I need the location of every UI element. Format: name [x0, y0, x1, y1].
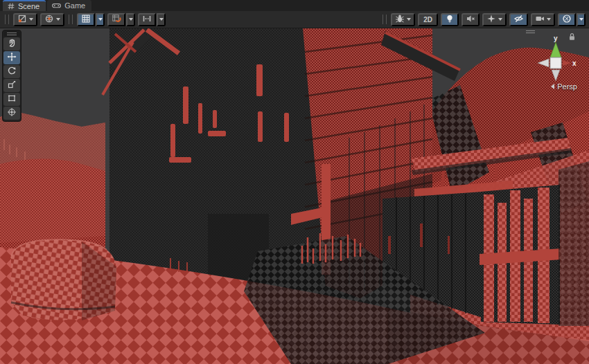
draw-mode-button[interactable] [391, 13, 415, 26]
view-tabbar: Scene Game [0, 0, 589, 11]
scene-visibility-button[interactable] [509, 13, 528, 26]
increment-snap-dropdown[interactable] [157, 13, 166, 26]
scene-lighting-button[interactable] [441, 13, 459, 26]
gizmo-y-axis-cone [550, 42, 561, 57]
tab-game[interactable]: Game [47, 0, 91, 11]
grid-icon [81, 14, 91, 26]
projection-label: Persp [557, 82, 577, 91]
tab-scene-label: Scene [18, 2, 39, 10]
scene-render-mipmap-debug [0, 28, 589, 364]
rect-tool-button[interactable] [3, 93, 20, 106]
gizmos-dropdown[interactable] [577, 13, 586, 26]
pivot-icon [17, 14, 27, 26]
tools-overlay [2, 30, 21, 122]
gamepad-icon [52, 2, 61, 9]
2d-toggle-label: 2D [422, 16, 434, 24]
chevron-down-icon [498, 18, 502, 21]
2d-toggle-button[interactable]: 2D [418, 13, 438, 26]
orientation-gizmo[interactable]: y x [531, 35, 581, 85]
snap-to-grid-dropdown[interactable] [126, 13, 135, 26]
transform-icon [7, 107, 17, 120]
gizmo-left-axis-cone [538, 59, 549, 67]
light-bulb-icon [445, 14, 455, 26]
tab-game-label: Game [64, 1, 85, 10]
handle-position-button[interactable] [13, 13, 37, 26]
transform-tool-button[interactable] [3, 107, 20, 120]
audio-toggle-button[interactable] [461, 13, 480, 26]
move-icon [7, 52, 17, 64]
chevron-down-icon [29, 18, 33, 21]
globe-icon [44, 14, 54, 26]
rotate-tool-button[interactable] [3, 65, 20, 78]
unity-scene-view-window: Scene Game [0, 0, 589, 364]
persp-arrow-icon [551, 84, 554, 89]
gizmo-x-axis-cone [563, 60, 571, 66]
snap-to-grid-button[interactable] [107, 13, 125, 26]
scene-viewport[interactable]: y x Persp [0, 28, 589, 364]
gizmos-button[interactable] [558, 13, 576, 26]
grid-magnet-icon [112, 14, 121, 26]
tool-settings-overlay-grip[interactable] [5, 15, 9, 24]
effects-sparkle-icon [486, 14, 496, 26]
audio-muted-icon [466, 14, 475, 26]
move-tool-button[interactable] [3, 51, 20, 64]
effects-button[interactable] [482, 13, 507, 26]
chevron-down-icon [56, 18, 60, 21]
increment-snap-icon [142, 14, 152, 26]
tools-overlay-handle[interactable] [3, 31, 20, 37]
tab-scene[interactable]: Scene [3, 0, 46, 11]
gizmo-down-axis-cone [552, 70, 560, 81]
scene-toolbar: 2D [0, 11, 589, 28]
gizmo-x-label: x [572, 60, 577, 67]
gizmo-y-label: y [554, 35, 558, 42]
eye-hidden-icon [513, 14, 524, 26]
scale-icon [7, 80, 17, 92]
chevron-down-icon [407, 18, 411, 21]
rect-tool-icon [7, 93, 17, 106]
view-options-overlay-handle[interactable] [526, 30, 535, 33]
grid-snap-overlay-grip[interactable] [69, 15, 73, 24]
grid-visibility-dropdown[interactable] [96, 13, 105, 26]
projection-toggle[interactable]: Persp [551, 82, 577, 91]
scale-tool-button[interactable] [3, 79, 20, 92]
gizmo-center-cube [550, 57, 561, 69]
scene-grid-icon [8, 3, 15, 10]
debug-bug-icon [395, 14, 405, 26]
view-options-overlay-grip[interactable] [383, 15, 387, 24]
view-hand-tool-button[interactable] [3, 37, 20, 51]
increment-snap-button[interactable] [138, 13, 156, 26]
camera-settings-button[interactable] [531, 13, 555, 26]
grid-visibility-button[interactable] [77, 13, 95, 26]
camera-icon [535, 14, 545, 26]
rotate-icon [7, 66, 17, 78]
chevron-down-icon [547, 18, 551, 21]
hand-icon [7, 38, 17, 51]
gizmos-sphere-icon [562, 14, 572, 26]
handle-orientation-button[interactable] [40, 13, 64, 26]
